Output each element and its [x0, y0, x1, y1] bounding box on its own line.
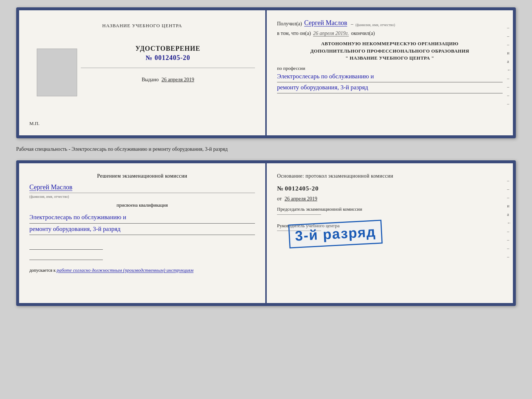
protocol-num-block: № 0012405-20 — [277, 185, 503, 192]
protocol-prefix: № — [277, 185, 284, 192]
photo-column — [29, 45, 77, 100]
sig-line-1 — [29, 242, 103, 250]
udostoverenie-number: № 0012405-20 — [145, 54, 190, 62]
name-underline — [29, 193, 255, 193]
card2-name: Сергей Маслов — [29, 184, 255, 191]
dopuskaetsya-block: допускается к работе согласно должностны… — [29, 267, 255, 273]
right-edge-dashes: – – – и а ← – – – – — [507, 25, 511, 107]
issued-line: Выдано 26 апреля 2019 — [141, 77, 194, 83]
udostoverenie-title: УДОСТОВЕРЕНИЕ — [136, 45, 201, 53]
card2-right-panel: Основание: протокол экзаменационной коми… — [267, 163, 513, 303]
certificate-card-1: НАЗВАНИЕ УЧЕБНОГО ЦЕНТРА УДОСТОВЕРЕНИЕ №… — [16, 7, 516, 138]
org-block: АВТОНОМНУЮ НЕКОММЕРЧЕСКУЮ ОРГАНИЗАЦИЮ ДО… — [277, 40, 503, 62]
qual-line1: Электрослесарь по обслуживанию и — [29, 212, 255, 224]
udostoverenie-block: УДОСТОВЕРЕНИЕ № 0012405-20 — [136, 45, 201, 62]
certificate-card-2: Решением экзаменационной комиссии Сергей… — [16, 160, 516, 306]
chairman-line — [277, 214, 321, 215]
profession-block: по профессии Электрослесарь по обслужива… — [277, 65, 503, 93]
between-label: Рабочая специальность - Электрослесарь п… — [16, 145, 516, 154]
mp-label: М.П. — [29, 121, 39, 127]
dopuskaetsya-value: работе согласно должностным (производств… — [57, 267, 193, 273]
name-block-2: Сергей Маслов (фамилия, имя, отчество) — [29, 184, 255, 199]
card2-right-edge-dashes: – – – и а ← – – – – — [507, 178, 511, 260]
komissia-title: Решением экзаменационной комиссии — [29, 172, 255, 180]
sig-line-2 — [29, 252, 103, 260]
profession-line1: Электрослесарь по обслуживанию и — [277, 71, 503, 82]
rukov-block: Руководитель учебного центра — [277, 222, 503, 232]
vtom-date: 26 апреля 2019г. — [313, 31, 349, 36]
card1-right-panel: Получил(а) Сергей Маслов – (фамилия, имя… — [267, 10, 513, 135]
card2-left-panel: Решением экзаменационной комиссии Сергей… — [19, 163, 265, 303]
photo-placeholder — [37, 49, 77, 96]
divider-1 — [81, 68, 255, 68]
signature-lines — [29, 242, 255, 260]
qual-line2: ремонту оборудования, 3-й разряд — [29, 224, 255, 235]
rukov-line — [277, 231, 321, 231]
udostoverenie-column: УДОСТОВЕРЕНИЕ № 0012405-20 Выдано 26 апр… — [81, 45, 255, 83]
qual-block: Электрослесарь по обслуживанию и ремонту… — [29, 212, 255, 235]
received-line: Получил(а) Сергей Маслов – (фамилия, имя… — [277, 19, 503, 27]
chairman-block: Председатель экзаменационной комиссии — [277, 206, 503, 215]
protocol-num: 0012405-20 — [285, 185, 319, 192]
recipient-name: Сергей Маслов — [304, 19, 347, 27]
date-line: в том, что он(а) 26 апреля 2019г. окончи… — [277, 31, 503, 36]
card1-left-inner: УДОСТОВЕРЕНИЕ № 0012405-20 Выдано 26 апр… — [29, 45, 255, 100]
card1-center-title: НАЗВАНИЕ УЧЕБНОГО ЦЕНТРА — [102, 23, 182, 29]
osnov-title: Основание: протокол экзаменационной коми… — [277, 172, 503, 180]
profession-line2: ремонту оборудования, 3-й разряд — [277, 82, 503, 93]
prisvoyena-label: присвоена квалификация — [29, 202, 255, 208]
ot-line: от 26 апреля 2019 — [277, 196, 503, 202]
card1-left-panel: НАЗВАНИЕ УЧЕБНОГО ЦЕНТРА УДОСТОВЕРЕНИЕ №… — [19, 10, 265, 135]
